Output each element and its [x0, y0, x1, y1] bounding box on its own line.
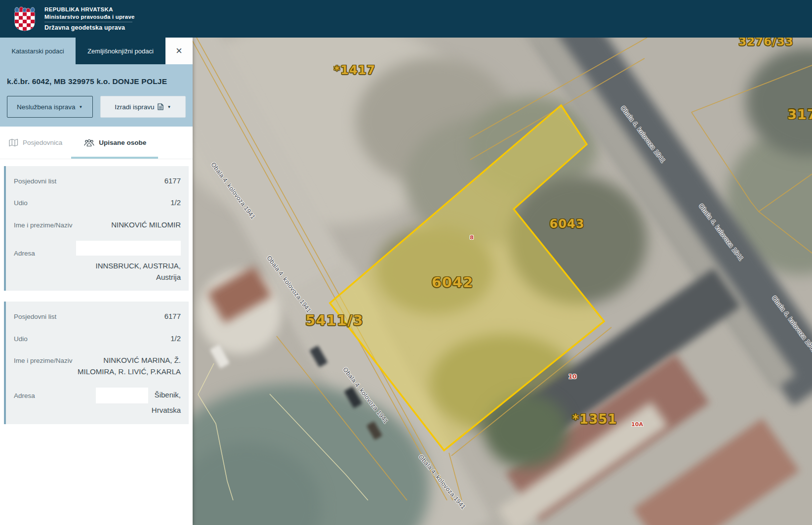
header-ministry-title: Ministarstvo pravosuđa i uprave — [44, 14, 135, 20]
parcel-number-label: 6042 — [432, 274, 474, 291]
field-value-posjedovni-list: 6177 — [164, 175, 181, 186]
field-value-ime: NINKOVIĆ MARINA, Ž. MILOMIRA, R. LIVIĆ, … — [75, 354, 181, 378]
create-document-button[interactable]: Izradi ispravu ▼ — [100, 96, 186, 118]
croatian-coat-of-arms-logo — [14, 6, 36, 31]
parcel-title-section: k.č.br. 6042, MB 329975 k.o. DONJE POLJE… — [0, 64, 193, 127]
cadastre-line — [198, 363, 233, 500]
house-number-label: 10A — [631, 421, 643, 428]
redacted-address-box — [96, 388, 148, 403]
house-number-label: 10 — [568, 373, 577, 380]
field-label-ime: Ime i prezime/Naziv — [14, 357, 73, 364]
parcel-number-label: 317 — [787, 107, 812, 122]
field-value-udio: 1/2 — [170, 333, 181, 344]
address-line: Austrija — [14, 271, 181, 283]
chevron-down-icon: ▼ — [79, 105, 83, 109]
field-value-posjedovni-list: 6177 — [164, 310, 181, 322]
close-icon[interactable]: × — [176, 45, 182, 56]
tab-posjedovnica-label: Posjedovnica — [23, 139, 62, 146]
tab-katastarski-podaci[interactable]: Katastarski podaci — [0, 38, 76, 64]
chevron-down-icon: ▼ — [167, 105, 171, 109]
app-header: REPUBLIKA HRVATSKA Ministarstvo pravosuđ… — [0, 0, 812, 38]
create-document-label: Izradi ispravu — [115, 103, 154, 111]
owner-card: Posjedovni list 6177 Udio 1/2 Ime i prez… — [4, 166, 189, 291]
parcel-number-label: 6043 — [550, 217, 585, 231]
owner-card: Posjedovni list 6177 Udio 1/2 Ime i prez… — [4, 302, 189, 424]
cadastre-line — [691, 65, 812, 112]
cadastre-line — [691, 112, 812, 253]
parcel-number-label: *1417 — [334, 63, 375, 77]
field-label-posjedovni-list: Posjedovni list — [14, 177, 56, 185]
field-label-udio: Udio — [14, 335, 28, 343]
parcel-title: k.č.br. 6042, MB 329975 k.o. DONJE POLJE — [7, 77, 186, 86]
field-label-udio: Udio — [14, 199, 28, 207]
tab-upisane-osobe[interactable]: Upisane osobe — [84, 127, 146, 159]
detail-tabbar: Posjedovnica Upisane osobe — [0, 127, 193, 159]
address-line: Šibenik, — [155, 391, 181, 399]
parcel-number-label: *1351 — [572, 412, 617, 427]
address-line: Hrvatska — [14, 404, 181, 416]
panel-close-area: × — [165, 38, 193, 64]
info-panel: Katastarski podaci Zemljišnoknjižni poda… — [0, 38, 193, 525]
address-line: INNSBRUCK, AUSTRIJA, — [14, 260, 181, 271]
tab-posjedovnica[interactable]: Posjedovnica — [9, 127, 62, 159]
field-label-adresa: Adresa — [14, 392, 35, 399]
header-geodetic-title: Državna geodetska uprava — [44, 24, 135, 31]
house-number-label: 8 — [470, 234, 474, 241]
map-icon — [9, 138, 18, 147]
header-republic-title: REPUBLIKA HRVATSKA — [44, 6, 135, 12]
tab-zemljisnoknjizni-podaci[interactable]: Zemljišnoknjižni podaci — [76, 38, 165, 64]
panel-tabbar: Katastarski podaci Zemljišnoknjižni poda… — [0, 38, 193, 64]
cadastre-line — [759, 174, 812, 212]
document-icon — [158, 103, 163, 110]
people-icon — [84, 139, 94, 147]
cadastre-line — [270, 394, 368, 500]
parcel-number-label: 3276/33 — [738, 38, 793, 48]
header-separator — [44, 22, 132, 22]
map-canvas[interactable]: *14173276/33317604360425411/3*135181010A… — [193, 38, 812, 525]
field-label-adresa: Adresa — [14, 250, 35, 257]
field-label-ime: Ime i prezime/Naziv — [14, 221, 73, 229]
tab-upisane-osobe-label: Upisane osobe — [99, 139, 146, 146]
unofficial-document-button[interactable]: Neslužbena isprava ▼ — [7, 96, 93, 118]
owner-cards: Posjedovni list 6177 Udio 1/2 Ime i prez… — [0, 159, 193, 424]
field-label-posjedovni-list: Posjedovni list — [14, 313, 56, 320]
address-lines: INNSBRUCK, AUSTRIJA, Austrija — [14, 260, 181, 283]
unofficial-document-label: Neslužbena isprava — [17, 103, 76, 111]
parcel-number-label: 5411/3 — [305, 312, 363, 329]
field-value-ime: NINKOVIĆ MILOMIR — [111, 219, 181, 230]
field-value-udio: 1/2 — [170, 197, 181, 208]
redacted-address-box — [76, 241, 181, 256]
